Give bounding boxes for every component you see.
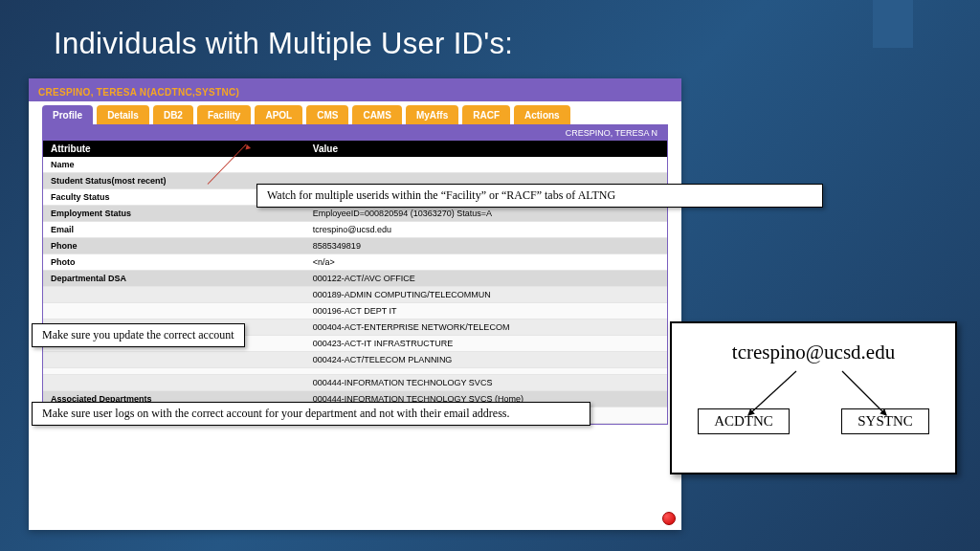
content-frame: CRESPINO, TERESA N Attribute Value NameS… bbox=[42, 124, 668, 425]
cell-value: tcrespino@ucsd.edu bbox=[305, 222, 667, 237]
tab-row: ProfileDetailsDB2FacilityAPOLCMSCAMSMyAf… bbox=[29, 101, 681, 124]
cell-attribute bbox=[43, 352, 305, 367]
cell-value bbox=[305, 368, 667, 374]
cell-attribute bbox=[43, 368, 305, 374]
cell-value: 000189-ADMIN COMPUTING/TELECOMMUN bbox=[305, 287, 667, 302]
cell-value: 000444-INFORMATION TECHNOLOGY SVCS bbox=[305, 375, 667, 390]
cell-attribute bbox=[43, 375, 305, 390]
cell-value bbox=[305, 157, 667, 172]
cell-attribute: Name bbox=[43, 157, 305, 172]
cell-value: EmployeeID=000820594 (10363270) Status=A bbox=[305, 206, 667, 221]
tab-myaffs[interactable]: MyAffs bbox=[406, 105, 458, 124]
cell-attribute: Departmental DSA bbox=[43, 271, 305, 286]
record-icon bbox=[662, 512, 676, 525]
cell-value: 000423-ACT-IT INFRASTRUCTURE bbox=[305, 336, 667, 351]
cell-attribute: Phone bbox=[43, 238, 305, 253]
diagram-email: tcrespino@ucsd.edu bbox=[672, 341, 955, 364]
user-header: CRESPINO, TERESA N(ACDTNC,SYSTNC) bbox=[38, 87, 239, 98]
diagram-id-systnc: SYSTNC bbox=[841, 408, 929, 434]
cell-attribute: Employment Status bbox=[43, 206, 305, 221]
diagram-id-acdtnc: ACDTNC bbox=[698, 408, 790, 434]
col-header-attribute: Attribute bbox=[43, 141, 305, 157]
callout-watch-userids: Watch for multiple userids within the “F… bbox=[256, 184, 823, 208]
cell-value: 000404-ACT-ENTERPRISE NETWORK/TELECOM bbox=[305, 320, 667, 335]
slide-title: Individuals with Multiple User ID's: bbox=[54, 27, 513, 61]
callout-logon-correct: Make sure user logs on with the correct … bbox=[32, 402, 590, 426]
table-row: Phone8585349819 bbox=[43, 238, 667, 254]
tab-profile[interactable]: Profile bbox=[42, 105, 93, 124]
cell-value: <n/a> bbox=[305, 254, 667, 270]
callout-update-account: Make sure you update the correct account bbox=[32, 323, 245, 347]
tab-details[interactable]: Details bbox=[97, 105, 149, 124]
table-row bbox=[43, 368, 667, 375]
slide-accent bbox=[873, 0, 913, 48]
app-header-bar: CRESPINO, TERESA N(ACDTNC,SYSTNC) bbox=[29, 78, 681, 101]
cell-attribute bbox=[43, 303, 305, 319]
col-header-value: Value bbox=[305, 141, 667, 157]
table-row: 000424-ACT/TELECOM PLANNING bbox=[43, 352, 667, 368]
table-row: Departmental DSA000122-ACT/AVC OFFICE bbox=[43, 271, 667, 287]
table-header-row: Attribute Value bbox=[43, 141, 667, 157]
table-row: Emailtcrespino@ucsd.edu bbox=[43, 222, 667, 238]
tab-cms[interactable]: CMS bbox=[306, 105, 348, 124]
table-row: 000196-ACT DEPT IT bbox=[43, 303, 667, 320]
tab-actions[interactable]: Actions bbox=[514, 105, 570, 124]
tab-racf[interactable]: RACF bbox=[462, 105, 510, 124]
cell-value: 8585349819 bbox=[305, 238, 667, 253]
table-row: 000444-INFORMATION TECHNOLOGY SVCS bbox=[43, 375, 667, 391]
table-row: 000189-ADMIN COMPUTING/TELECOMMUN bbox=[43, 287, 667, 303]
cell-attribute: Email bbox=[43, 222, 305, 237]
app-window: CRESPINO, TERESA N(ACDTNC,SYSTNC) Profil… bbox=[29, 78, 681, 530]
cell-attribute: Photo bbox=[43, 254, 305, 270]
content-subheader: CRESPINO, TERESA N bbox=[43, 125, 667, 141]
table-row: Employment StatusEmployeeID=000820594 (1… bbox=[43, 206, 667, 222]
tab-facility[interactable]: Facility bbox=[197, 105, 251, 124]
cell-value: 000424-ACT/TELECOM PLANNING bbox=[305, 352, 667, 367]
tab-db2[interactable]: DB2 bbox=[153, 105, 193, 124]
cell-value: 000196-ACT DEPT IT bbox=[305, 303, 667, 319]
table-row: Photo<n/a> bbox=[43, 254, 667, 271]
tab-cams[interactable]: CAMS bbox=[352, 105, 401, 124]
cell-value: 000122-ACT/AVC OFFICE bbox=[305, 271, 667, 286]
cell-attribute bbox=[43, 287, 305, 302]
tab-apol[interactable]: APOL bbox=[255, 105, 302, 124]
table-row: Name bbox=[43, 157, 667, 173]
userid-diagram: tcrespino@ucsd.edu ACDTNC SYSTNC bbox=[670, 321, 957, 474]
